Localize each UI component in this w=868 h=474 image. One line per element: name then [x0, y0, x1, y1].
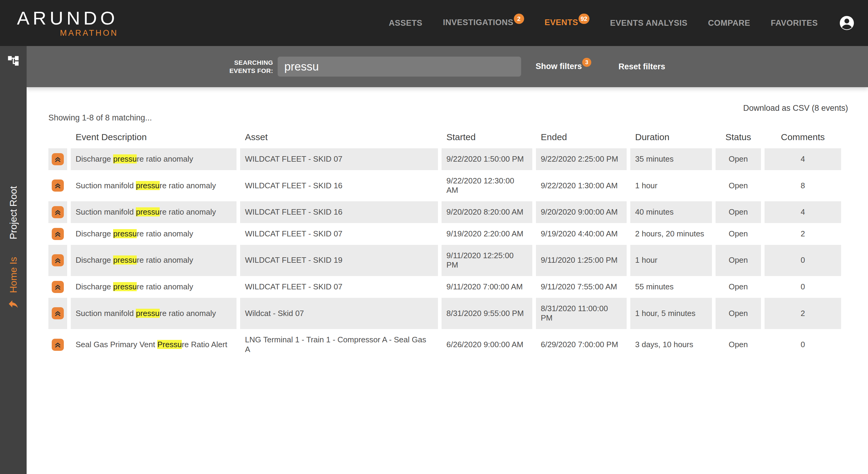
ended-text: 9/11/2020 7:55:00 AM [541, 282, 617, 291]
double-chevron-up-icon[interactable] [52, 206, 64, 218]
table-row[interactable]: Suction manifold pressure ratio anomaly … [49, 201, 841, 223]
desc-post: re ratio anomaly [160, 309, 216, 318]
ended-cell: 6/29/2020 7:00:00 PM [536, 329, 627, 360]
double-chevron-up-icon[interactable] [52, 228, 64, 240]
event-priority-cell [49, 170, 67, 201]
sidebar-breadcrumb[interactable]: Home Is Project Root [7, 186, 20, 310]
events-table-body: Discharge pressure ratio anomaly WILDCAT… [49, 148, 841, 360]
ended-cell: 9/19/2020 4:40:00 AM [536, 223, 627, 245]
desc-post: re ratio anomaly [137, 154, 193, 164]
ended-cell: 9/22/2020 2:25:00 PM [536, 148, 627, 170]
ended-cell: 8/31/2020 11:00:00 PM [536, 298, 627, 329]
desc-pre: Discharge [75, 256, 113, 265]
nav-item-favorites[interactable]: FAVORITES [771, 19, 818, 28]
double-chevron-up-icon[interactable] [52, 281, 64, 293]
search-match-highlight: pressu [136, 309, 159, 318]
asset-hierarchy-icon[interactable] [7, 55, 20, 67]
search-input[interactable] [278, 57, 521, 77]
app-window: ARUNDO MARATHON ASSETS INVESTIGATIONS2 E… [0, 0, 868, 474]
reset-filters-button[interactable]: Reset filters [619, 62, 665, 71]
status-cell: Open [716, 223, 761, 245]
ended-cell: 9/22/2020 1:30:00 AM [536, 170, 627, 201]
ended-text: 9/19/2020 4:40:00 AM [541, 229, 618, 238]
status-text: Open [728, 256, 748, 265]
brand-name: ARUNDO [17, 8, 118, 28]
started-cell: 9/22/2020 12:30:00 AM [441, 170, 532, 201]
search-match-highlight: pressu [113, 229, 137, 238]
comments-cell: 2 [765, 298, 841, 329]
status-text: Open [728, 340, 748, 349]
investigations-count-badge: 2 [514, 13, 524, 24]
started-text: 9/11/2020 12:25:00 PM [446, 251, 514, 270]
comments-cell: 4 [765, 201, 841, 223]
event-priority-cell [49, 223, 67, 245]
event-description-cell: Seal Gas Primary Vent Pressure Ratio Ale… [71, 329, 237, 360]
download-csv-link[interactable]: Download as CSV (8 events) [743, 103, 848, 113]
table-row[interactable]: Seal Gas Primary Vent Pressure Ratio Ale… [49, 329, 841, 360]
ended-text: 6/29/2020 7:00:00 PM [541, 340, 618, 349]
double-chevron-up-icon[interactable] [52, 339, 64, 351]
duration-cell: 3 days, 10 hours [630, 329, 712, 360]
account-icon[interactable] [838, 14, 855, 31]
header-comments: Comments [765, 132, 841, 148]
desc-post: re ratio anomaly [160, 207, 216, 216]
header-status: Status [716, 132, 761, 148]
started-text: 9/22/2020 1:50:00 PM [446, 154, 524, 164]
search-match-highlight: pressu [136, 207, 159, 216]
status-text: Open [728, 229, 748, 238]
search-label-line1: SEARCHING [223, 58, 273, 67]
header-ended: Ended [536, 132, 627, 148]
table-row[interactable]: Discharge pressure ratio anomaly WILDCAT… [49, 245, 841, 276]
table-row[interactable]: Suction manifold pressure ratio anomaly … [49, 170, 841, 201]
nav-item-assets[interactable]: ASSETS [389, 19, 423, 28]
double-chevron-up-icon[interactable] [52, 179, 64, 191]
status-cell: Open [716, 298, 761, 329]
ended-text: 9/11/2020 1:25:00 PM [541, 256, 618, 265]
event-description-cell: Discharge pressure ratio anomaly [71, 276, 237, 298]
nav-item-events-analysis[interactable]: EVENTS ANALYSIS [610, 19, 687, 28]
duration-text: 55 minutes [635, 282, 674, 291]
duration-text: 1 hour [635, 256, 657, 265]
desc-post: re ratio anomaly [137, 229, 193, 238]
double-chevron-up-icon[interactable] [52, 307, 64, 319]
search-match-highlight: pressu [113, 154, 137, 164]
breadcrumb-project-root[interactable]: Project Root [8, 186, 19, 239]
status-cell: Open [716, 276, 761, 298]
desc-pre: Seal Gas Primary Vent [75, 340, 157, 349]
table-row[interactable]: Discharge pressure ratio anomaly WILDCAT… [49, 276, 841, 298]
comments-cell: 8 [765, 170, 841, 201]
double-chevron-up-icon[interactable] [52, 153, 64, 165]
table-row[interactable]: Discharge pressure ratio anomaly WILDCAT… [49, 148, 841, 170]
search-label: SEARCHING EVENTS FOR: [223, 58, 273, 75]
comments-count: 0 [801, 256, 805, 265]
header-started: Started [441, 132, 532, 148]
nav-label: FAVORITES [771, 19, 818, 28]
started-text: 9/20/2020 8:20:00 AM [446, 207, 523, 216]
nav-item-investigations[interactable]: INVESTIGATIONS2 [443, 18, 524, 28]
events-count-badge: 92 [579, 13, 589, 24]
breadcrumb-home-is[interactable]: Home Is [8, 257, 19, 293]
table-row[interactable]: Discharge pressure ratio anomaly WILDCAT… [49, 223, 841, 245]
started-cell: 9/20/2020 8:20:00 AM [441, 201, 532, 223]
table-row[interactable]: Suction manifold pressure ratio anomaly … [49, 298, 841, 329]
desc-pre: Discharge [75, 154, 113, 164]
desc-post: re ratio anomaly [137, 256, 193, 265]
nav-label: ASSETS [389, 19, 423, 28]
nav-item-compare[interactable]: COMPARE [708, 19, 750, 28]
desc-post: re ratio anomaly [160, 181, 216, 190]
comments-count: 0 [801, 340, 805, 349]
back-home-arrow-icon [7, 298, 19, 310]
status-cell: Open [716, 170, 761, 201]
ended-text: 9/22/2020 1:30:00 AM [541, 181, 618, 190]
double-chevron-up-icon[interactable] [52, 254, 64, 266]
status-cell: Open [716, 201, 761, 223]
header-asset: Asset [240, 132, 438, 148]
show-filters-button[interactable]: Show filters3 [536, 62, 591, 72]
ended-cell: 9/20/2020 9:00:00 AM [536, 201, 627, 223]
status-text: Open [728, 154, 748, 164]
started-cell: 8/31/2020 9:55:00 PM [441, 298, 532, 329]
started-cell: 9/22/2020 1:50:00 PM [441, 148, 532, 170]
nav-item-events[interactable]: EVENTS92 [545, 18, 589, 28]
desc-pre: Suction manifold [75, 181, 136, 190]
asset-cell: WILDCAT FLEET - SKID 19 [240, 245, 438, 276]
